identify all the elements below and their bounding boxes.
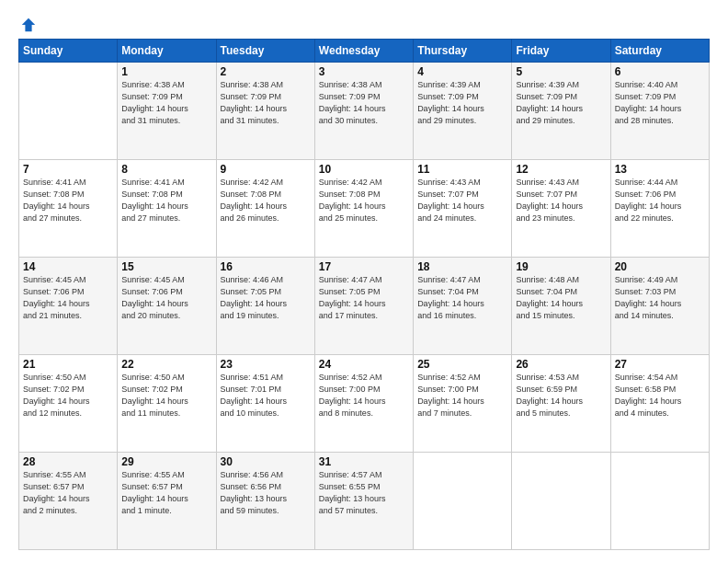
day-info: Sunrise: 4:52 AM Sunset: 7:00 PM Dayligh… bbox=[319, 372, 409, 419]
calendar-cell: 12Sunrise: 4:43 AM Sunset: 7:07 PM Dayli… bbox=[512, 160, 610, 258]
day-number: 11 bbox=[417, 163, 507, 176]
svg-marker-0 bbox=[22, 18, 35, 31]
day-number: 3 bbox=[319, 65, 409, 78]
calendar-cell: 19Sunrise: 4:48 AM Sunset: 7:04 PM Dayli… bbox=[512, 258, 610, 355]
day-number: 17 bbox=[319, 260, 409, 273]
calendar-cell: 10Sunrise: 4:42 AM Sunset: 7:08 PM Dayli… bbox=[314, 160, 413, 258]
week-row-4: 21Sunrise: 4:50 AM Sunset: 7:02 PM Dayli… bbox=[19, 355, 710, 453]
day-info: Sunrise: 4:53 AM Sunset: 6:59 PM Dayligh… bbox=[516, 372, 606, 419]
day-info: Sunrise: 4:45 AM Sunset: 7:06 PM Dayligh… bbox=[121, 274, 211, 322]
day-info: Sunrise: 4:54 AM Sunset: 6:58 PM Dayligh… bbox=[615, 372, 705, 419]
day-number: 20 bbox=[615, 260, 705, 273]
calendar-cell: 13Sunrise: 4:44 AM Sunset: 7:06 PM Dayli… bbox=[610, 160, 709, 258]
day-info: Sunrise: 4:47 AM Sunset: 7:05 PM Dayligh… bbox=[319, 274, 409, 322]
calendar-cell bbox=[512, 453, 610, 550]
day-number: 25 bbox=[417, 358, 507, 371]
day-info: Sunrise: 4:56 AM Sunset: 6:56 PM Dayligh… bbox=[221, 469, 311, 517]
calendar-cell: 22Sunrise: 4:50 AM Sunset: 7:02 PM Dayli… bbox=[118, 355, 216, 453]
day-info: Sunrise: 4:38 AM Sunset: 7:09 PM Dayligh… bbox=[221, 79, 311, 127]
day-number: 4 bbox=[417, 65, 507, 78]
day-info: Sunrise: 4:43 AM Sunset: 7:07 PM Dayligh… bbox=[516, 177, 606, 224]
day-number: 16 bbox=[221, 260, 311, 273]
day-info: Sunrise: 4:49 AM Sunset: 7:03 PM Dayligh… bbox=[615, 274, 705, 322]
day-info: Sunrise: 4:45 AM Sunset: 7:06 PM Dayligh… bbox=[23, 274, 113, 322]
weekday-header-wednesday: Wednesday bbox=[314, 40, 413, 63]
calendar-cell: 24Sunrise: 4:52 AM Sunset: 7:00 PM Dayli… bbox=[314, 355, 413, 453]
day-number: 23 bbox=[221, 358, 311, 371]
day-number: 2 bbox=[221, 65, 311, 78]
calendar-page: SundayMondayTuesdayWednesdayThursdayFrid… bbox=[0, 0, 728, 563]
day-number: 19 bbox=[516, 260, 606, 273]
day-number: 7 bbox=[23, 163, 113, 176]
day-info: Sunrise: 4:57 AM Sunset: 6:55 PM Dayligh… bbox=[319, 469, 409, 517]
day-number: 28 bbox=[23, 455, 113, 468]
day-info: Sunrise: 4:39 AM Sunset: 7:09 PM Dayligh… bbox=[417, 79, 507, 127]
calendar-table: SundayMondayTuesdayWednesdayThursdayFrid… bbox=[18, 39, 710, 550]
day-info: Sunrise: 4:41 AM Sunset: 7:08 PM Dayligh… bbox=[121, 177, 211, 224]
day-info: Sunrise: 4:43 AM Sunset: 7:07 PM Dayligh… bbox=[417, 177, 507, 224]
weekday-header-sunday: Sunday bbox=[19, 40, 118, 63]
day-info: Sunrise: 4:51 AM Sunset: 7:01 PM Dayligh… bbox=[221, 372, 311, 419]
calendar-cell: 15Sunrise: 4:45 AM Sunset: 7:06 PM Dayli… bbox=[118, 258, 216, 355]
day-info: Sunrise: 4:46 AM Sunset: 7:05 PM Dayligh… bbox=[221, 274, 311, 322]
day-info: Sunrise: 4:38 AM Sunset: 7:09 PM Dayligh… bbox=[319, 79, 409, 127]
weekday-header-saturday: Saturday bbox=[610, 40, 709, 63]
weekday-header-row: SundayMondayTuesdayWednesdayThursdayFrid… bbox=[19, 40, 710, 63]
day-info: Sunrise: 4:55 AM Sunset: 6:57 PM Dayligh… bbox=[23, 469, 113, 517]
day-number: 18 bbox=[417, 260, 507, 273]
calendar-cell: 20Sunrise: 4:49 AM Sunset: 7:03 PM Dayli… bbox=[610, 258, 709, 355]
day-number: 30 bbox=[221, 455, 311, 468]
calendar-cell: 8Sunrise: 4:41 AM Sunset: 7:08 PM Daylig… bbox=[118, 160, 216, 258]
calendar-cell: 7Sunrise: 4:41 AM Sunset: 7:08 PM Daylig… bbox=[19, 160, 118, 258]
calendar-cell: 17Sunrise: 4:47 AM Sunset: 7:05 PM Dayli… bbox=[314, 258, 413, 355]
day-number: 22 bbox=[121, 358, 211, 371]
logo-text bbox=[18, 17, 37, 33]
logo-icon bbox=[20, 17, 37, 33]
day-info: Sunrise: 4:48 AM Sunset: 7:04 PM Dayligh… bbox=[516, 274, 606, 322]
calendar-cell: 28Sunrise: 4:55 AM Sunset: 6:57 PM Dayli… bbox=[19, 453, 118, 550]
calendar-cell: 30Sunrise: 4:56 AM Sunset: 6:56 PM Dayli… bbox=[216, 453, 314, 550]
calendar-cell: 25Sunrise: 4:52 AM Sunset: 7:00 PM Dayli… bbox=[414, 355, 512, 453]
day-info: Sunrise: 4:47 AM Sunset: 7:04 PM Dayligh… bbox=[417, 274, 507, 322]
day-info: Sunrise: 4:40 AM Sunset: 7:09 PM Dayligh… bbox=[615, 79, 705, 127]
calendar-cell: 26Sunrise: 4:53 AM Sunset: 6:59 PM Dayli… bbox=[512, 355, 610, 453]
week-row-5: 28Sunrise: 4:55 AM Sunset: 6:57 PM Dayli… bbox=[19, 453, 710, 550]
logo bbox=[18, 17, 37, 31]
day-number: 5 bbox=[516, 65, 606, 78]
day-number: 8 bbox=[121, 163, 211, 176]
day-info: Sunrise: 4:44 AM Sunset: 7:06 PM Dayligh… bbox=[615, 177, 705, 224]
calendar-cell bbox=[19, 63, 118, 160]
weekday-header-tuesday: Tuesday bbox=[216, 40, 314, 63]
weekday-header-friday: Friday bbox=[512, 40, 610, 63]
day-number: 27 bbox=[615, 358, 705, 371]
day-number: 31 bbox=[319, 455, 409, 468]
calendar-cell: 5Sunrise: 4:39 AM Sunset: 7:09 PM Daylig… bbox=[512, 63, 610, 160]
calendar-cell: 1Sunrise: 4:38 AM Sunset: 7:09 PM Daylig… bbox=[118, 63, 216, 160]
day-info: Sunrise: 4:50 AM Sunset: 7:02 PM Dayligh… bbox=[121, 372, 211, 419]
day-number: 9 bbox=[221, 163, 311, 176]
day-number: 13 bbox=[615, 163, 705, 176]
calendar-cell: 16Sunrise: 4:46 AM Sunset: 7:05 PM Dayli… bbox=[216, 258, 314, 355]
day-number: 24 bbox=[319, 358, 409, 371]
calendar-cell: 21Sunrise: 4:50 AM Sunset: 7:02 PM Dayli… bbox=[19, 355, 118, 453]
day-number: 1 bbox=[121, 65, 211, 78]
week-row-3: 14Sunrise: 4:45 AM Sunset: 7:06 PM Dayli… bbox=[19, 258, 710, 355]
header bbox=[18, 17, 710, 31]
calendar-cell: 27Sunrise: 4:54 AM Sunset: 6:58 PM Dayli… bbox=[610, 355, 709, 453]
day-info: Sunrise: 4:38 AM Sunset: 7:09 PM Dayligh… bbox=[121, 79, 211, 127]
calendar-cell: 31Sunrise: 4:57 AM Sunset: 6:55 PM Dayli… bbox=[314, 453, 413, 550]
day-number: 15 bbox=[121, 260, 211, 273]
calendar-cell: 9Sunrise: 4:42 AM Sunset: 7:08 PM Daylig… bbox=[216, 160, 314, 258]
calendar-cell: 29Sunrise: 4:55 AM Sunset: 6:57 PM Dayli… bbox=[118, 453, 216, 550]
calendar-cell: 18Sunrise: 4:47 AM Sunset: 7:04 PM Dayli… bbox=[414, 258, 512, 355]
day-info: Sunrise: 4:52 AM Sunset: 7:00 PM Dayligh… bbox=[417, 372, 507, 419]
weekday-header-monday: Monday bbox=[118, 40, 216, 63]
day-number: 29 bbox=[121, 455, 211, 468]
week-row-1: 1Sunrise: 4:38 AM Sunset: 7:09 PM Daylig… bbox=[19, 63, 710, 160]
calendar-cell: 6Sunrise: 4:40 AM Sunset: 7:09 PM Daylig… bbox=[610, 63, 709, 160]
day-number: 6 bbox=[615, 65, 705, 78]
calendar-cell bbox=[610, 453, 709, 550]
day-number: 12 bbox=[516, 163, 606, 176]
day-number: 10 bbox=[319, 163, 409, 176]
calendar-cell: 3Sunrise: 4:38 AM Sunset: 7:09 PM Daylig… bbox=[314, 63, 413, 160]
